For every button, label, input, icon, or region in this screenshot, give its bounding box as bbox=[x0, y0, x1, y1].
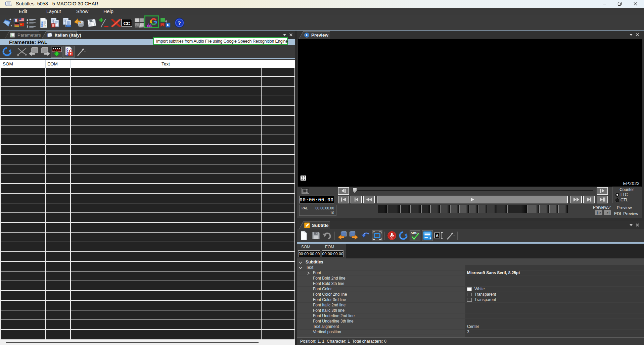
fast-forward-button[interactable] bbox=[570, 196, 582, 203]
close-icon[interactable] bbox=[635, 223, 639, 227]
property-value[interactable]: Transparent bbox=[467, 292, 496, 297]
list-numbers-button[interactable]: 123 bbox=[25, 16, 37, 29]
clip-next-button[interactable] bbox=[348, 230, 359, 241]
table-row[interactable] bbox=[0, 78, 295, 87]
table-row[interactable] bbox=[0, 126, 295, 135]
column-divider[interactable] bbox=[70, 60, 71, 68]
languages-button[interactable] bbox=[13, 16, 25, 29]
preview-link[interactable]: Preview bbox=[617, 205, 632, 210]
chevron-down-icon[interactable] bbox=[282, 33, 286, 37]
edl-preview-link[interactable]: EDL Preview bbox=[614, 211, 638, 216]
property-row-font-underline-3th-line[interactable]: Font Underline 3th line bbox=[297, 319, 644, 324]
table-row[interactable] bbox=[0, 68, 295, 77]
record-mic-button[interactable] bbox=[386, 230, 397, 241]
column-divider[interactable] bbox=[261, 60, 261, 68]
property-row-font-bold-2nd-line[interactable]: Font Bold 2nd line bbox=[297, 276, 644, 281]
table-row[interactable] bbox=[0, 175, 295, 184]
subtitle-table[interactable] bbox=[0, 68, 295, 340]
table-row[interactable] bbox=[0, 165, 295, 174]
restore-button[interactable] bbox=[614, 0, 625, 7]
table-row[interactable] bbox=[0, 107, 295, 116]
table-row[interactable] bbox=[0, 262, 295, 272]
table-row[interactable] bbox=[0, 155, 295, 164]
jump-out-button[interactable]: ->| bbox=[604, 210, 611, 215]
property-row-font-italic-2nd-line[interactable]: Font Italic 2nd line bbox=[297, 303, 644, 308]
property-row-font-bold-3th-line[interactable]: Font Bold 3th line bbox=[297, 281, 644, 287]
tab-preview[interactable]: Preview bbox=[299, 31, 330, 39]
refresh-arrow-button[interactable] bbox=[1, 46, 13, 58]
table-row[interactable] bbox=[0, 233, 295, 242]
table-row[interactable] bbox=[0, 136, 295, 145]
property-value[interactable]: Microsoft Sans Serif, 8.25pt bbox=[467, 270, 520, 276]
safe-area-button[interactable] bbox=[372, 230, 382, 241]
property-row-subtitles[interactable]: Subtitles bbox=[297, 260, 644, 265]
property-row-font-color[interactable]: Font ColorWhite bbox=[297, 287, 644, 292]
text-cursor-button[interactable]: A bbox=[433, 230, 444, 241]
property-row-vertical-position[interactable]: Vertical position3 bbox=[297, 330, 644, 335]
step-back-button[interactable] bbox=[338, 187, 349, 195]
table-row[interactable] bbox=[0, 282, 295, 291]
next-frame-button[interactable] bbox=[583, 196, 595, 203]
chevron-down-icon[interactable] bbox=[298, 266, 303, 270]
chevron-down-icon[interactable] bbox=[629, 223, 633, 227]
property-row-font[interactable]: FontMicrosoft Sans Serif, 8.25pt bbox=[297, 270, 644, 276]
table-row[interactable] bbox=[0, 224, 295, 233]
compress-icon[interactable] bbox=[301, 176, 306, 181]
property-row-font-color-3rd-line[interactable]: Font Color 3rd lineTransparent bbox=[297, 297, 644, 303]
horizontal-scrollbar[interactable] bbox=[0, 340, 295, 345]
menu-edit[interactable]: Edit bbox=[19, 8, 27, 15]
tab-subtitle[interactable]: Subtitle bbox=[299, 221, 330, 229]
prev-frame-button[interactable] bbox=[351, 196, 362, 203]
table-row[interactable] bbox=[0, 311, 295, 320]
open-project-button[interactable] bbox=[1, 16, 13, 29]
table-row[interactable] bbox=[0, 116, 295, 126]
refresh-arrow-button[interactable] bbox=[398, 230, 409, 241]
spellcheck-button[interactable]: ABC bbox=[410, 230, 420, 241]
import-video-button[interactable] bbox=[51, 46, 62, 58]
scene-graph-button[interactable] bbox=[159, 16, 171, 29]
chevron-down-icon[interactable] bbox=[298, 260, 303, 264]
table-row[interactable] bbox=[0, 146, 295, 155]
delete-x-button[interactable] bbox=[110, 16, 122, 29]
table-row[interactable] bbox=[0, 185, 295, 194]
import-doc-button[interactable]: GGG bbox=[37, 16, 49, 29]
ctl-radio[interactable]: CTL bbox=[615, 198, 628, 202]
help-button[interactable]: ? bbox=[174, 16, 185, 29]
property-row-font-underline-2nd-line[interactable]: Font Underline 2nd line bbox=[297, 313, 644, 319]
property-value[interactable]: White bbox=[467, 287, 485, 292]
som-input[interactable]: 00:00:00.00 bbox=[298, 250, 320, 257]
menu-show[interactable]: Show bbox=[76, 8, 88, 15]
save-floppy-button[interactable] bbox=[86, 16, 97, 29]
copy-docs-blue-button[interactable] bbox=[61, 16, 73, 29]
table-row[interactable] bbox=[0, 301, 295, 310]
scrollbar-thumb[interactable] bbox=[6, 342, 259, 343]
column-header-text[interactable]: Text bbox=[71, 60, 261, 68]
slider-thumb[interactable] bbox=[353, 188, 357, 194]
table-row[interactable] bbox=[0, 204, 295, 213]
video-preview[interactable]: EP2022 bbox=[298, 39, 642, 187]
table-row[interactable] bbox=[0, 243, 295, 252]
property-row-font-color-2nd-line[interactable]: Font Color 2nd lineTransparent bbox=[297, 292, 644, 297]
menu-help[interactable]: Help bbox=[103, 8, 113, 15]
table-row[interactable] bbox=[0, 97, 295, 106]
plus-minus-button[interactable] bbox=[98, 16, 109, 29]
closed-captions-button[interactable]: CC bbox=[121, 16, 132, 29]
close-icon[interactable] bbox=[635, 33, 639, 37]
column-divider[interactable] bbox=[45, 60, 46, 68]
seek-slider[interactable] bbox=[352, 187, 595, 195]
export-db-button[interactable] bbox=[73, 16, 85, 29]
back-arrow-button[interactable] bbox=[360, 230, 371, 241]
filmstrip-button[interactable] bbox=[302, 188, 309, 194]
ltc-radio[interactable]: LTC bbox=[615, 192, 628, 197]
close-button[interactable] bbox=[630, 0, 641, 7]
skip-end-button[interactable] bbox=[597, 196, 608, 203]
property-value[interactable]: 3 bbox=[467, 330, 469, 335]
property-row-font-italic-3th-line[interactable]: Font Italic 3th line bbox=[297, 308, 644, 313]
subtitle-text-editor[interactable] bbox=[346, 244, 644, 258]
column-header-extra[interactable] bbox=[262, 60, 294, 68]
filmstrip-timeline[interactable] bbox=[378, 205, 568, 213]
property-row-text-alignment[interactable]: Text alignmentCenter bbox=[297, 324, 644, 330]
audio-window-button[interactable] bbox=[134, 16, 145, 29]
table-row[interactable] bbox=[0, 331, 295, 340]
property-row-text[interactable]: Text bbox=[297, 265, 644, 270]
